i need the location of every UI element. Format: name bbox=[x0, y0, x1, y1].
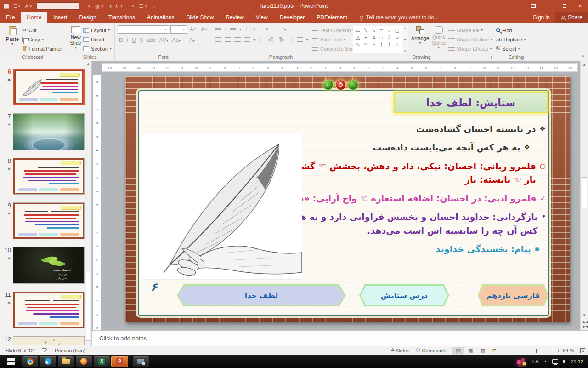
format-painter-button[interactable]: Format Painter bbox=[22, 45, 62, 52]
thumbnail-slide-7[interactable]: 7✶ bbox=[3, 113, 85, 150]
justify-icon[interactable] bbox=[244, 37, 250, 42]
cut-button[interactable]: ✂Cut bbox=[22, 26, 62, 34]
thumbnail-slide-6[interactable]: 6✶ bbox=[3, 69, 85, 105]
zoom-percentage[interactable]: 84 % bbox=[563, 348, 574, 353]
shape-icon[interactable]: ⌐ bbox=[362, 34, 370, 41]
language-switcher[interactable]: FA bbox=[532, 359, 538, 364]
tab-pdfelement[interactable]: PDFelement bbox=[311, 12, 353, 23]
shape-outline-button[interactable]: Shape Outline▾ bbox=[448, 35, 492, 43]
network-icon[interactable] bbox=[552, 359, 558, 364]
home-power-button[interactable] bbox=[335, 80, 346, 90]
section-button[interactable]: Section▾ bbox=[83, 45, 112, 52]
banner-dars-setayesh[interactable]: درس ستایش bbox=[359, 284, 449, 306]
slide-sorter-view-button[interactable]: ▦ bbox=[464, 347, 476, 355]
tab-review[interactable]: Review bbox=[220, 12, 249, 23]
tab-home[interactable]: Home bbox=[21, 12, 47, 23]
paste-button[interactable]: Paste▾ bbox=[3, 24, 22, 54]
grow-font-button[interactable]: A˄ bbox=[188, 26, 198, 33]
tab-file[interactable]: File bbox=[0, 12, 21, 23]
ltr-direction-icon[interactable]: ◂¶ bbox=[266, 36, 274, 43]
shape-icon[interactable]: ⇨ bbox=[378, 34, 385, 41]
minimize-button[interactable] bbox=[541, 0, 557, 12]
thumbnail-slide-10[interactable]: 10✶ ای همکه دستت می رسد دستی بگیر bbox=[3, 247, 85, 284]
clock[interactable]: 21:12 bbox=[571, 359, 583, 364]
scroll-up-icon[interactable]: ▲ bbox=[582, 63, 586, 67]
shapes-gallery[interactable]: ▭╲↘□○▢△⌐↴⇨⇩▱∿◠~()☆ bbox=[353, 26, 402, 53]
bold-button[interactable]: B bbox=[118, 37, 124, 43]
subscript-button[interactable]: abc bbox=[146, 37, 157, 43]
shape-icon[interactable]: ▭ bbox=[354, 27, 362, 34]
thumbnail-slide-9[interactable]: 9✶ bbox=[3, 202, 85, 239]
qat-style-combobox[interactable] bbox=[37, 2, 79, 10]
tab-slideshow[interactable]: Slide Show bbox=[180, 12, 220, 23]
zoom-in-button[interactable]: + bbox=[557, 348, 560, 353]
taskbar-explorer-button[interactable] bbox=[57, 356, 74, 367]
shape-icon[interactable]: □ bbox=[378, 27, 385, 34]
tab-developer[interactable]: Developer bbox=[274, 12, 311, 23]
zoom-slider-thumb[interactable] bbox=[536, 349, 537, 353]
rtl-direction-icon[interactable]: ¶▸ bbox=[277, 36, 286, 43]
vertical-ruler[interactable]: 9876543210123456789 bbox=[93, 75, 101, 335]
previous-arrow-button[interactable]: ← bbox=[323, 80, 334, 90]
drawing-dialog-launcher[interactable] bbox=[488, 56, 492, 59]
tab-design[interactable]: Design bbox=[73, 12, 102, 23]
font-color-button[interactable]: A▾ bbox=[188, 37, 196, 43]
shape-icon[interactable]: ☆ bbox=[393, 41, 401, 48]
layout-button[interactable]: Layout▾ bbox=[83, 26, 112, 34]
start-button[interactable] bbox=[0, 358, 21, 365]
indent-qat-icon[interactable]: ☰ ▾ bbox=[139, 3, 147, 9]
font-color-qat-icon[interactable]: A ▾ bbox=[25, 3, 32, 9]
underline-button[interactable]: U bbox=[130, 37, 137, 43]
reset-button[interactable]: Reset bbox=[83, 35, 112, 43]
shape-icon[interactable]: ↴ bbox=[370, 34, 378, 41]
normal-view-button[interactable]: ▤ bbox=[452, 347, 464, 355]
shape-icon[interactable]: ○ bbox=[385, 27, 393, 34]
shapes-gallery-scroll[interactable]: ▲▼≡ bbox=[402, 26, 408, 53]
increase-indent-icon[interactable]: ⇥ bbox=[262, 26, 270, 32]
arrange-button[interactable]: Arrange▾ bbox=[411, 24, 429, 54]
thumbnail-slide-11[interactable]: 11✶ bbox=[3, 292, 85, 328]
quill-feather-image[interactable] bbox=[142, 133, 302, 279]
shape-icon[interactable]: ) bbox=[385, 41, 393, 48]
tab-view[interactable]: View bbox=[250, 12, 274, 23]
proofing-icon[interactable] bbox=[42, 348, 46, 353]
tab-insert[interactable]: Insert bbox=[47, 12, 73, 23]
slideshow-view-button[interactable]: ⊡ bbox=[489, 347, 500, 355]
hidden-icons-button[interactable]: ▲ bbox=[544, 359, 548, 363]
tell-me-box[interactable]: Tell me what you want to do... bbox=[360, 12, 439, 23]
shape-fill-button[interactable]: Shape Fill▾ bbox=[448, 26, 492, 34]
sign-in-button[interactable]: Sign in bbox=[527, 12, 555, 23]
banner-farsi-yazdahom[interactable]: فارسی یازدهم bbox=[478, 284, 548, 306]
thumbnail-slide-8[interactable]: 8✶ bbox=[3, 158, 85, 195]
taskbar-rdp-button[interactable] bbox=[132, 356, 149, 367]
notes-pane[interactable]: Click to add notes bbox=[92, 330, 588, 346]
shape-icon[interactable]: ∿ bbox=[354, 41, 362, 48]
select-button[interactable]: ⇱Select▾ bbox=[496, 45, 536, 52]
slide-body-text[interactable]: ❖در نابسته احسان گشاده‌ست ❖به هر کس آنچه… bbox=[285, 122, 546, 261]
replace-button[interactable]: abReplace▾ bbox=[496, 35, 536, 43]
character-spacing-button[interactable]: AV▾ bbox=[158, 37, 170, 43]
taskbar-powerpoint-button[interactable]: P bbox=[111, 356, 128, 367]
shape-icon[interactable]: ◠ bbox=[362, 41, 370, 48]
decrease-indent-icon[interactable]: ⇤ bbox=[252, 26, 259, 32]
volume-icon[interactable] bbox=[563, 359, 565, 364]
quick-styles-button[interactable]: Quick Styles▾ bbox=[432, 24, 446, 54]
shape-icon[interactable]: ▱ bbox=[393, 34, 401, 41]
scrollbar-thumb[interactable] bbox=[582, 177, 587, 208]
tab-animations[interactable]: Animations bbox=[141, 12, 180, 23]
align-left-icon[interactable] bbox=[215, 37, 221, 42]
previous-slide-button[interactable]: ▲▲ bbox=[582, 320, 588, 324]
star-qat-icon[interactable]: ★ ★ ▾ bbox=[108, 3, 123, 9]
align-right-icon[interactable] bbox=[234, 37, 241, 42]
align-center-icon[interactable] bbox=[225, 37, 231, 42]
save-icon[interactable] bbox=[4, 4, 9, 9]
refresh-qat-icon[interactable]: ◔ ▾ bbox=[127, 3, 134, 9]
shape-icon[interactable]: ▢ bbox=[393, 27, 401, 34]
language-indicator[interactable]: Persian (Iran) bbox=[55, 348, 85, 353]
share-button[interactable]: Share bbox=[555, 12, 588, 23]
comments-toggle[interactable]: 🗨 Comments bbox=[415, 348, 446, 353]
close-button[interactable]: × bbox=[572, 0, 588, 12]
strikethrough-button[interactable]: S bbox=[138, 37, 145, 43]
clipboard-dialog-launcher[interactable] bbox=[60, 56, 63, 59]
main-scrollbar[interactable]: ▲ ▼ ▲▲ ▼▼ bbox=[580, 61, 588, 330]
